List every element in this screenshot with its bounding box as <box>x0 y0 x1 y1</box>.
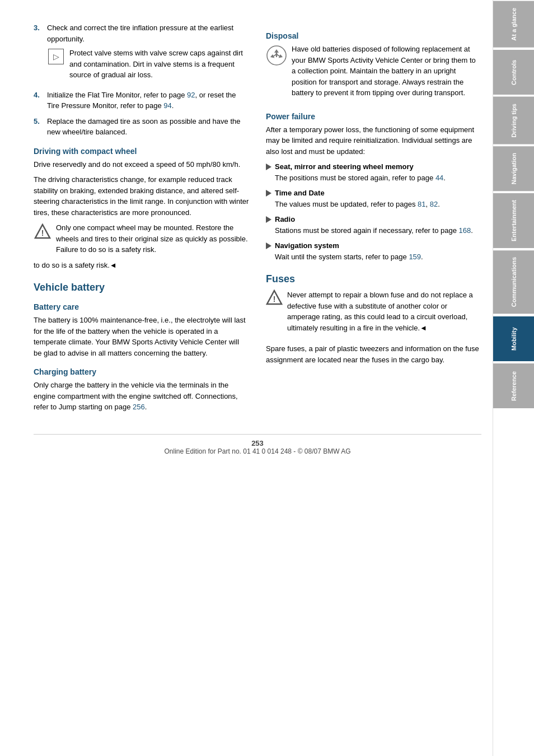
page-footer: 253 Online Edition for Part no. 01 41 0 … <box>34 434 481 455</box>
disposal-icon <box>266 45 287 68</box>
bullet-arrow-3 <box>266 216 271 223</box>
disposal-row: Have old batteries disposed of following… <box>266 44 481 103</box>
power-item-seat: Seat, mirror and steering wheel memoryTh… <box>266 161 481 183</box>
step-number-4: 4. <box>34 90 47 111</box>
power-item-radio: RadioStations must be stored again if ne… <box>266 214 481 236</box>
page-number: 253 <box>34 439 481 447</box>
power-item-time-text: Time and DateThe values must be updated,… <box>275 188 440 209</box>
battery-care-subheading: Battery care <box>34 302 249 311</box>
fuses-warning-text: Never attempt to repair a blown fuse and… <box>287 290 481 333</box>
battery-care-text: The battery is 100% maintenance-free, i.… <box>34 315 249 358</box>
sidebar-tab-reference[interactable]: Reference <box>493 363 534 408</box>
link-159[interactable]: 159 <box>409 253 421 261</box>
link-82[interactable]: 82 <box>430 200 438 208</box>
sidebar-tab-driving-tips[interactable]: Driving tips <box>493 97 534 144</box>
bullet-arrow-2 <box>266 190 271 197</box>
warning-triangle-icon: ! <box>34 222 51 240</box>
sidebar-label-navigation: Navigation <box>510 153 517 184</box>
svg-text:!: ! <box>41 228 44 237</box>
steps-list: 3. Check and correct the tire inflation … <box>34 22 249 138</box>
link-81[interactable]: 81 <box>418 200 425 208</box>
link-92[interactable]: 92 <box>187 91 195 99</box>
sidebar-label-driving-tips: Driving tips <box>510 104 517 138</box>
link-94[interactable]: 94 <box>163 101 171 110</box>
sidebar: At a glance Controls Driving tips Naviga… <box>493 0 534 756</box>
step-text-4: Initialize the Flat Tire Monitor, refer … <box>47 90 249 111</box>
disposal-text: Have old batteries disposed of following… <box>292 44 481 99</box>
fuses-heading: Fuses <box>266 273 481 285</box>
vehicle-battery-heading: Vehicle battery <box>34 282 249 293</box>
step-4: 4. Initialize the Flat Tire Monitor, ref… <box>34 90 249 111</box>
power-item-seat-text: Seat, mirror and steering wheel memoryTh… <box>275 161 446 183</box>
sidebar-label-reference: Reference <box>510 371 517 400</box>
bullet-arrow-4 <box>266 242 271 249</box>
power-item-radio-text: RadioStations must be stored again if ne… <box>275 214 473 236</box>
disposal-heading: Disposal <box>266 31 481 40</box>
power-item-nav-text: Navigation systemWait until the system s… <box>275 240 423 262</box>
step-5: 5. Replace the damaged tire as soon as p… <box>34 116 249 138</box>
compact-wheel-warning-text: Only one compact wheel may be mounted. R… <box>56 222 249 255</box>
fuses-spare-text: Spare fuses, a pair of plastic tweezers … <box>266 343 481 365</box>
step-text-3: Check and correct the tire inflation pre… <box>47 22 249 85</box>
right-column: Disposal Have old batteries disposed of … <box>266 22 481 417</box>
valve-note-text: Protect valve stems with valve screw cap… <box>69 48 249 81</box>
sidebar-tab-mobility[interactable]: Mobility <box>493 316 534 361</box>
charging-battery-text: Only charge the battery in the vehicle v… <box>34 380 249 413</box>
sidebar-tab-navigation[interactable]: Navigation <box>493 146 534 191</box>
fuses-warning-icon: ! <box>266 290 283 307</box>
left-column: 3. Check and correct the tire inflation … <box>34 22 249 417</box>
svg-text:!: ! <box>273 295 276 304</box>
power-item-nav: Navigation systemWait until the system s… <box>266 240 481 262</box>
link-256[interactable]: 256 <box>133 403 145 411</box>
compact-wheel-end: to do so is a safety risk.◄ <box>34 260 249 271</box>
driving-compact-para1: Drive reservedly and do not exceed a spe… <box>34 159 249 170</box>
step-text-5: Replace the damaged tire as soon as poss… <box>47 116 249 138</box>
step-number-5: 5. <box>34 116 47 138</box>
sidebar-label-communications: Communications <box>510 257 517 307</box>
sidebar-label-mobility: Mobility <box>510 327 517 351</box>
power-item-time: Time and DateThe values must be updated,… <box>266 188 481 209</box>
sidebar-tab-at-a-glance[interactable]: At a glance <box>493 1 534 48</box>
fuses-warning-box: ! Never attempt to repair a blown fuse a… <box>266 290 481 338</box>
step-3: 3. Check and correct the tire inflation … <box>34 22 249 85</box>
bullet-arrow-1 <box>266 164 271 170</box>
note-icon-valve: ▷ <box>47 48 65 66</box>
charging-battery-subheading: Charging battery <box>34 367 249 376</box>
link-44[interactable]: 44 <box>435 174 443 182</box>
sidebar-tab-entertainment[interactable]: Entertainment <box>493 193 534 248</box>
sidebar-tab-communications[interactable]: Communications <box>493 250 534 314</box>
driving-compact-heading: Driving with compact wheel <box>34 147 249 156</box>
power-failure-heading: Power failure <box>266 112 481 121</box>
link-168[interactable]: 168 <box>459 226 471 235</box>
power-failure-intro: After a temporary power loss, the functi… <box>266 124 481 157</box>
sidebar-label-at-a-glance: At a glance <box>510 8 517 41</box>
footer-text: Online Edition for Part no. 01 41 0 014 … <box>34 447 481 455</box>
compact-wheel-warning: ! Only one compact wheel may be mounted.… <box>34 222 249 255</box>
sidebar-label-controls: Controls <box>510 59 517 85</box>
step-number-3: 3. <box>34 22 47 85</box>
sidebar-tab-controls[interactable]: Controls <box>493 50 534 95</box>
driving-compact-para2: The driving characteristics change, for … <box>34 174 249 218</box>
sidebar-label-entertainment: Entertainment <box>510 200 517 241</box>
